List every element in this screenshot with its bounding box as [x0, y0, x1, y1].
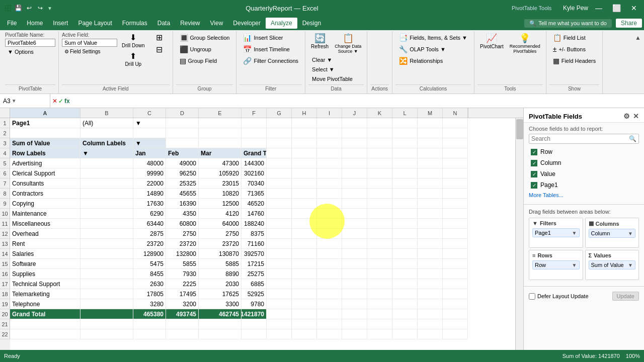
cell-8-10[interactable] [342, 189, 367, 199]
cell-21-14[interactable] [443, 319, 468, 329]
cell-5-8[interactable] [292, 158, 317, 168]
pivot-close-icon[interactable]: ✕ [633, 112, 639, 120]
cell-21-6[interactable] [242, 319, 267, 329]
field-item-column[interactable]: ✓Column [529, 158, 639, 168]
cell-11-11[interactable] [367, 219, 392, 229]
cell-19-13[interactable] [418, 299, 443, 309]
pt-options-btn[interactable]: ▼ Options [5, 48, 36, 56]
cell-6-9[interactable] [317, 168, 342, 178]
cell-13-9[interactable] [317, 239, 342, 249]
cell-3-14[interactable] [443, 138, 468, 148]
col-header-k[interactable]: K [367, 108, 392, 118]
cell-13-7[interactable] [267, 239, 292, 249]
row-header-22[interactable]: 22 [0, 329, 10, 339]
menu-file[interactable]: File [2, 18, 22, 29]
cell-17-14[interactable] [443, 279, 468, 289]
cell-3-13[interactable] [418, 138, 443, 148]
menu-design[interactable]: Design [297, 18, 326, 29]
minimize-btn[interactable]: — [592, 3, 605, 13]
cell-19-11[interactable] [367, 299, 392, 309]
recommended-btn[interactable]: 💡 RecommendedPivotTables [507, 32, 543, 55]
name-box[interactable]: A3 ▼ [0, 94, 50, 108]
cell-4-3[interactable]: Jan [133, 148, 166, 158]
redo-icon[interactable]: ↪ [36, 4, 44, 13]
cell-2-9[interactable] [317, 128, 342, 138]
filter-connections-btn[interactable]: 🔗 Filter Connections [239, 55, 302, 66]
cell-11-14[interactable] [443, 219, 468, 229]
row-header-19[interactable]: 19 [0, 299, 10, 309]
cell-3-10[interactable] [342, 138, 367, 148]
row-header-16[interactable]: 16 [0, 269, 10, 279]
cell-20-9[interactable] [317, 309, 342, 319]
menu-page-layout[interactable]: Page Layout [73, 18, 117, 29]
cell-17-12[interactable] [392, 279, 418, 289]
cell-10-4[interactable]: 4350 [166, 209, 199, 219]
cell-12-10[interactable] [342, 229, 367, 239]
cell-18-8[interactable] [292, 289, 317, 299]
cell-1-14[interactable] [443, 118, 468, 128]
cell-1-1[interactable]: Page1 [10, 118, 80, 128]
cell-16-12[interactable] [392, 269, 418, 279]
cell-9-6[interactable]: 46520 [242, 199, 267, 209]
cell-10-9[interactable] [317, 209, 342, 219]
col-header-c[interactable]: C [133, 108, 166, 118]
cell-3-9[interactable] [317, 138, 342, 148]
active-field-input[interactable] [62, 39, 117, 47]
cell-11-9[interactable] [317, 219, 342, 229]
cell-6-3[interactable]: 99990 [133, 168, 166, 178]
cell-10-12[interactable] [392, 209, 418, 219]
cell-7-12[interactable] [392, 178, 418, 189]
col-header-h[interactable]: H [292, 108, 317, 118]
cell-21-3[interactable] [133, 319, 166, 329]
cell-22-8[interactable] [292, 329, 317, 339]
cell-21-9[interactable] [317, 319, 342, 329]
cell-16-14[interactable] [443, 269, 468, 279]
cell-9-4[interactable]: 16390 [166, 199, 199, 209]
cell-3-12[interactable] [392, 138, 418, 148]
cell-5-4[interactable]: 49000 [166, 158, 199, 168]
cell-11-6[interactable]: 188240 [242, 219, 267, 229]
cell-8-7[interactable] [267, 189, 292, 199]
row-header-21[interactable]: 21 [0, 319, 10, 329]
cell-1-6[interactable] [242, 118, 267, 128]
cell-13-2[interactable] [80, 239, 133, 249]
row-header-4[interactable]: 4 [0, 148, 10, 158]
cell-19-14[interactable] [443, 299, 468, 309]
cell-17-10[interactable] [342, 279, 367, 289]
cell-7-4[interactable]: 25325 [166, 178, 199, 189]
expand-btn[interactable]: ⊞ [149, 32, 170, 43]
columns-item[interactable]: Column ▼ [589, 229, 636, 238]
cell-7-13[interactable] [418, 178, 443, 189]
cell-22-5[interactable] [199, 329, 242, 339]
cell-16-5[interactable]: 8890 [199, 269, 242, 279]
col-header-b[interactable]: B [80, 108, 133, 118]
row-header-5[interactable]: 5 [0, 158, 10, 168]
cell-20-13[interactable] [418, 309, 443, 319]
cell-21-1[interactable] [10, 319, 80, 329]
cell-5-5[interactable]: 47300 [199, 158, 242, 168]
cell-9-3[interactable]: 17630 [133, 199, 166, 209]
field-list-btn[interactable]: 📋 Field List [549, 32, 599, 43]
cell-9-7[interactable] [267, 199, 292, 209]
cell-6-5[interactable]: 105920 [199, 168, 242, 178]
field-item-page1[interactable]: ✓Page1 [529, 180, 639, 190]
row-header-20[interactable]: 20 [0, 309, 10, 319]
row-header-8[interactable]: 8 [0, 189, 10, 199]
clear-btn[interactable]: Clear ▼ [308, 55, 364, 64]
cell-20-10[interactable] [342, 309, 367, 319]
cell-2-12[interactable] [392, 128, 418, 138]
cell-2-4[interactable] [166, 128, 199, 138]
cell-9-1[interactable]: Copying [10, 199, 80, 209]
cell-3-2[interactable]: Column Labels [80, 138, 133, 148]
cell-22-7[interactable] [267, 329, 292, 339]
cell-16-1[interactable]: Supplies [10, 269, 80, 279]
cell-5-3[interactable]: 48000 [133, 158, 166, 168]
cell-4-11[interactable] [367, 148, 392, 158]
pt-name-input[interactable] [5, 39, 55, 47]
cell-1-2[interactable]: (All) [80, 118, 133, 128]
cell-12-2[interactable] [80, 229, 133, 239]
refresh-btn[interactable]: 🔄 Refresh [308, 32, 331, 51]
cell-3-11[interactable] [367, 138, 392, 148]
cell-16-13[interactable] [418, 269, 443, 279]
cell-15-10[interactable] [342, 259, 367, 269]
